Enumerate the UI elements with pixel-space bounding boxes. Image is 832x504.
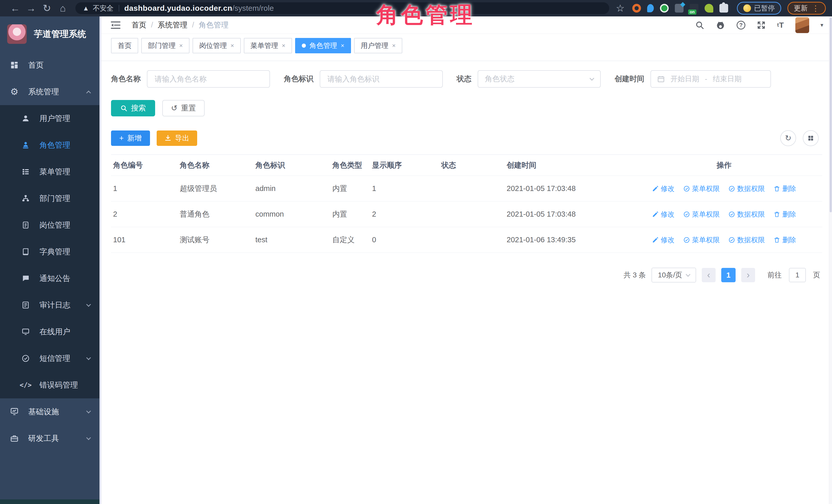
tab-close-icon[interactable]: ×	[341, 42, 344, 49]
font-size-icon[interactable]: tT	[777, 21, 784, 29]
security-warning-icon[interactable]: ▲	[83, 4, 89, 12]
sidebar-item-label: 错误码管理	[40, 380, 78, 391]
address-bar[interactable]: ▲ 不安全 dashboard.yudao.iocoder.cn/system/…	[75, 2, 609, 14]
edit-link[interactable]: 修改	[652, 184, 675, 193]
page-size-select[interactable]: 10条/页	[651, 268, 696, 283]
chevron-down-icon	[86, 435, 91, 440]
refresh-table-button[interactable]: ↻	[780, 130, 796, 146]
sidebar-item-users[interactable]: 用户管理	[0, 105, 100, 132]
role-name-input[interactable]	[147, 70, 270, 88]
date-range-picker[interactable]: 开始日期 - 结束日期	[650, 70, 771, 88]
sidebar-fold-icon[interactable]	[110, 21, 121, 29]
help-icon[interactable]: ?	[737, 21, 745, 29]
profile-paused-chip[interactable]: 已暂停	[737, 2, 781, 15]
edit-link[interactable]: 修改	[652, 210, 675, 219]
tab-label: 角色管理	[310, 41, 337, 50]
delete-link[interactable]: 删除	[774, 210, 796, 219]
breadcrumb-system[interactable]: 系统管理	[158, 20, 187, 30]
reset-button[interactable]: ↺ 重置	[162, 100, 205, 116]
extension-icon-orange[interactable]	[632, 4, 641, 12]
home-icon[interactable]: ⌂	[55, 0, 71, 17]
prev-page-button[interactable]: ‹	[702, 268, 716, 282]
reload-icon[interactable]: ↻	[39, 0, 55, 17]
status-select[interactable]: 角色状态	[478, 70, 601, 88]
menu-permission-link[interactable]: 菜单权限	[683, 235, 720, 244]
tab-role[interactable]: 角色管理 ×	[295, 38, 351, 53]
extension-icon-lime[interactable]	[705, 4, 713, 12]
data-permission-link[interactable]: 数据权限	[728, 235, 765, 244]
data-permission-link[interactable]: 数据权限	[728, 210, 765, 219]
extensions-puzzle-icon[interactable]	[720, 4, 728, 12]
avatar-caret-icon[interactable]: ▾	[821, 22, 823, 28]
sidebar-item-posts[interactable]: 岗位管理	[0, 212, 100, 238]
goto-page-input[interactable]	[789, 268, 806, 282]
add-button[interactable]: + 新增	[111, 131, 150, 146]
add-button-label: 新增	[127, 133, 142, 143]
tab-user[interactable]: 用户管理 ×	[354, 38, 402, 53]
back-icon[interactable]: ←	[7, 0, 23, 17]
tab-menu[interactable]: 菜单管理 ×	[244, 38, 292, 53]
current-page-button[interactable]: 1	[721, 268, 735, 282]
tab-close-icon[interactable]: ×	[231, 42, 234, 49]
sidebar-item-menus[interactable]: 菜单管理	[0, 158, 100, 185]
cell-display-order: 2	[370, 210, 439, 218]
edit-link[interactable]: 修改	[652, 235, 675, 244]
scrollbar-thumb[interactable]	[830, 18, 832, 212]
sidebar-item-roles[interactable]: 角色管理	[0, 132, 100, 158]
search-button[interactable]: 搜索	[111, 100, 155, 116]
tab-close-icon[interactable]: ×	[179, 42, 183, 49]
sidebar-item-dev-tools[interactable]: 研发工具	[0, 425, 100, 452]
chevron-down-icon	[685, 272, 690, 276]
cell-role-key: test	[253, 236, 330, 244]
extension-icon-green[interactable]	[660, 4, 669, 12]
sidebar-item-audit-log[interactable]: 审计日志	[0, 292, 100, 318]
sidebar-item-online-users[interactable]: 在线用户	[0, 318, 100, 345]
role-key-input[interactable]	[320, 70, 443, 88]
forward-icon[interactable]: →	[23, 0, 39, 17]
column-settings-button[interactable]	[803, 130, 819, 146]
role-key-label: 角色标识	[284, 74, 314, 84]
cell-display-order: 1	[370, 184, 439, 193]
delete-link[interactable]: 删除	[774, 184, 796, 193]
sidebar-item-error-codes[interactable]: </> 错误码管理	[0, 372, 100, 398]
logo-row[interactable]: 芋道管理系统	[0, 17, 100, 52]
menu-permission-link[interactable]: 菜单权限	[683, 210, 720, 219]
bookmark-star-icon[interactable]: ☆	[616, 3, 625, 14]
header-actions: ? tT ▾	[695, 17, 823, 33]
avatar[interactable]	[795, 17, 809, 33]
update-label: 更新	[794, 4, 808, 13]
next-page-button[interactable]: ›	[741, 268, 755, 282]
update-chip[interactable]: 更新 ⋮	[787, 2, 826, 15]
tab-dept[interactable]: 部门管理 ×	[141, 38, 189, 53]
search-icon[interactable]	[695, 21, 704, 30]
extension-icon-gray[interactable]	[675, 4, 683, 12]
tab-home[interactable]: 首页	[111, 38, 138, 53]
sidebar-item-system[interactable]: ⚙ 系统管理	[0, 78, 100, 105]
data-permission-link[interactable]: 数据权限	[728, 184, 765, 193]
page-size-value: 10条/页	[658, 270, 682, 280]
page-scrollbar[interactable]	[829, 17, 832, 504]
extension-icon-switch[interactable]: on	[690, 4, 698, 12]
cell-actions: 修改 菜单权限 数据权限 删除	[624, 235, 822, 244]
url-divider	[119, 5, 119, 11]
fullscreen-icon[interactable]	[757, 21, 766, 30]
github-icon[interactable]	[716, 20, 725, 30]
sidebar-item-home[interactable]: 首页	[0, 52, 100, 78]
tab-post[interactable]: 岗位管理 ×	[192, 38, 241, 53]
sidebar-scrollbar[interactable]	[100, 17, 101, 504]
tab-close-icon[interactable]: ×	[282, 42, 285, 49]
sidebar-item-depts[interactable]: 部门管理	[0, 185, 100, 212]
menu-permission-link[interactable]: 菜单权限	[683, 184, 720, 193]
refresh-icon: ↻	[785, 134, 791, 142]
breadcrumb-home[interactable]: 首页	[132, 20, 147, 30]
sidebar-item-notice[interactable]: 通知公告	[0, 265, 100, 292]
sidebar-item-dict[interactable]: 字典管理	[0, 238, 100, 265]
sidebar-item-infrastructure[interactable]: 基础设施	[0, 398, 100, 425]
sidebar-item-sms[interactable]: 短信管理	[0, 345, 100, 372]
export-button[interactable]: 导出	[157, 131, 197, 146]
delete-link[interactable]: 删除	[774, 235, 796, 244]
cell-role-key: admin	[253, 184, 330, 193]
tab-close-icon[interactable]: ×	[392, 42, 396, 49]
extension-icon-blue[interactable]	[647, 4, 654, 12]
chrome-menu-icon[interactable]: ⋮	[812, 4, 820, 13]
